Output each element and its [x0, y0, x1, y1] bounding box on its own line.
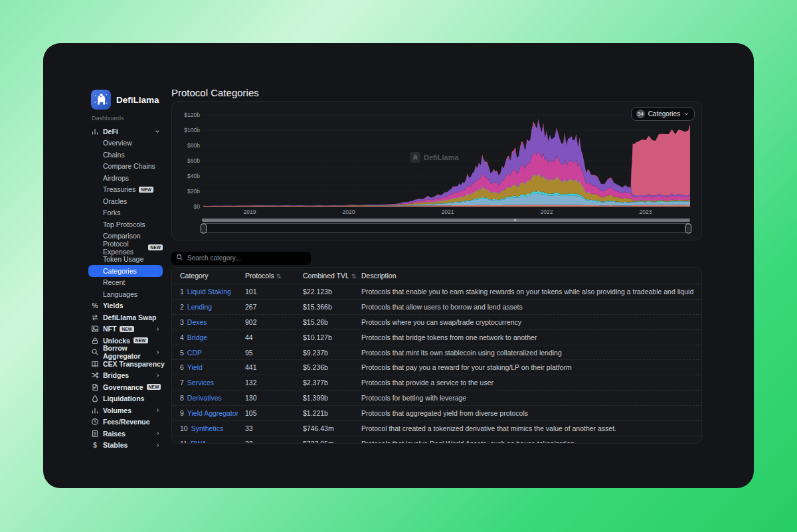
sidebar-item-bridges[interactable]: Bridges	[43, 370, 171, 382]
sidebar-section-label: Dashboards	[92, 115, 124, 122]
description-cell: Protocols that allow users to borrow and…	[361, 303, 693, 311]
tvl-cell: $727.95m	[303, 440, 361, 444]
sidebar-item-token-usage[interactable]: Token Usage	[88, 254, 163, 266]
protocols-cell: 441	[245, 363, 303, 371]
sidebar-item-yields[interactable]: %Yields	[43, 300, 171, 312]
tvl-cell: $2.377b	[303, 379, 361, 387]
category-cell: 7Services	[180, 379, 245, 387]
category-link[interactable]: Yield	[187, 363, 203, 371]
sidebar-item-airdrops[interactable]: Airdrops	[88, 172, 163, 184]
category-cell: 10Synthetics	[180, 424, 245, 432]
chevron-right-icon	[155, 373, 161, 379]
dollar-icon: $	[91, 441, 99, 449]
sidebar-item-top-protocols[interactable]: Top Protocols	[88, 219, 163, 230]
description-cell: Protocols that mint its own stablecoin u…	[361, 349, 693, 357]
bar-chart-icon	[91, 128, 99, 135]
chevron-right-icon	[155, 326, 161, 332]
tvl-cell: $15.26b	[303, 318, 361, 326]
col-combined-tvl[interactable]: Combined TVL⇅	[303, 272, 361, 280]
sidebar-item-raises[interactable]: Raises	[43, 428, 171, 440]
category-cell: 9Yield Aggregator	[180, 409, 245, 417]
category-link[interactable]: CDP	[187, 349, 202, 357]
search-input[interactable]	[171, 252, 311, 265]
new-badge: NEW	[133, 337, 148, 343]
protocols-cell: 101	[245, 288, 303, 296]
tvl-cell: $15.366b	[303, 303, 361, 311]
sidebar-item-cex-transparency[interactable]: CEX Transparency	[43, 358, 171, 370]
rank: 10	[180, 424, 188, 432]
nft-icon	[91, 325, 99, 333]
table-row: 5CDP95$9.237bProtocols that mint its own…	[172, 345, 701, 360]
protocols-cell: 22	[245, 440, 303, 444]
category-link[interactable]: Bridge	[187, 333, 207, 341]
rank: 9	[180, 409, 184, 417]
table-row: 8Derivatives130$1.399bProtocols for bett…	[172, 390, 701, 405]
sidebar-item-borrow-aggregator[interactable]: Borrow Aggregator	[43, 347, 171, 359]
table-header-row: Category Protocols⇅ Combined TVL⇅ Descri…	[172, 268, 701, 284]
category-link[interactable]: Derivatives	[187, 394, 222, 402]
description-cell: Protocols for betting with leverage	[361, 394, 693, 402]
sidebar-item-governance[interactable]: GovernanceNEW	[43, 381, 171, 393]
rank: 1	[180, 288, 184, 296]
protocols-cell: 44	[245, 333, 303, 341]
category-link[interactable]: Lending	[187, 303, 212, 311]
category-cell: 2Lending	[180, 303, 245, 311]
category-cell: 5CDP	[180, 349, 245, 357]
categories-dropdown-button[interactable]: 34 Categories	[631, 107, 695, 121]
sidebar-item-compare-chains[interactable]: Compare Chains	[88, 161, 163, 173]
sidebar-item-nft[interactable]: NFTNEW	[43, 323, 171, 335]
sidebar-item-fees-revenue[interactable]: Fees/Revenue	[43, 416, 171, 428]
col-protocols[interactable]: Protocols⇅	[245, 272, 303, 280]
sidebar-item-treasuries[interactable]: TreasuriesNEW	[88, 184, 163, 196]
sidebar-item-liquidations[interactable]: Liquidations	[43, 393, 171, 405]
category-link[interactable]: Yield Aggregator	[187, 409, 238, 417]
chart-panel: $120b$100b$80b$60b$40b$20b$0 20192020202…	[171, 101, 702, 240]
swap-icon	[91, 313, 99, 321]
chart-zoom-track[interactable]	[202, 219, 690, 222]
rank: 3	[180, 318, 184, 326]
sidebar-item-recent[interactable]: Recent	[88, 277, 163, 289]
category-link[interactable]: Synthetics	[191, 424, 223, 432]
doc-icon	[91, 430, 99, 438]
categories-table: Category Protocols⇅ Combined TVL⇅ Descri…	[171, 267, 702, 444]
tvl-cell: $22.123b	[303, 288, 361, 296]
zoom-handle-left[interactable]	[201, 223, 207, 233]
sidebar-item-overview[interactable]: Overview	[88, 137, 163, 149]
brand[interactable]: DefiLlama	[91, 90, 159, 110]
table-row: 1Liquid Staking101$22.123bProtocols that…	[172, 284, 701, 299]
zoom-handle-right[interactable]	[685, 223, 691, 233]
sidebar: DefiLlama Dashboards DeFiOverviewChainsC…	[43, 43, 171, 488]
svg-text:2021: 2021	[442, 209, 454, 215]
sidebar-item-defi[interactable]: DeFi	[43, 126, 171, 137]
sidebar-item-categories[interactable]: Categories	[88, 265, 163, 277]
table-row: 2Lending267$15.366bProtocols that allow …	[172, 299, 701, 314]
shuffle-icon	[91, 371, 99, 379]
chart-zoom-range[interactable]	[202, 223, 690, 233]
tvl-cell: $1.399b	[303, 394, 361, 402]
category-cell: 6Yield	[180, 363, 245, 371]
rank: 7	[180, 379, 184, 387]
new-badge: NEW	[120, 326, 134, 332]
chevron-down-icon	[154, 128, 161, 135]
sidebar-item-forks[interactable]: Forks	[88, 207, 163, 219]
svg-text:2022: 2022	[541, 209, 553, 215]
sidebar-item-defillama-swap[interactable]: DefiLlama Swap	[43, 311, 171, 323]
category-link[interactable]: Liquid Staking	[187, 288, 231, 296]
protocols-cell: 902	[245, 318, 303, 326]
rank: 8	[180, 394, 184, 402]
category-link[interactable]: Services	[187, 379, 214, 387]
file-icon	[91, 383, 99, 391]
category-link[interactable]: RWA	[191, 440, 207, 444]
sidebar-item-stables[interactable]: $Stables	[43, 440, 171, 452]
lock-icon	[91, 337, 99, 345]
sidebar-item-protocol-expenses[interactable]: Protocol ExpensesNEW	[88, 242, 163, 254]
table-body: 1Liquid Staking101$22.123bProtocols that…	[172, 284, 701, 444]
sidebar-item-chains[interactable]: Chains	[88, 149, 163, 161]
sidebar-nav: DeFiOverviewChainsCompare ChainsAirdrops…	[43, 126, 171, 451]
sidebar-item-languages[interactable]: Languages	[88, 288, 163, 300]
col-category[interactable]: Category	[180, 272, 245, 280]
category-search	[171, 251, 311, 264]
category-link[interactable]: Dexes	[187, 318, 207, 326]
sidebar-item-oracles[interactable]: Oracles	[88, 195, 163, 207]
sidebar-item-volumes[interactable]: Volumes	[43, 404, 171, 416]
